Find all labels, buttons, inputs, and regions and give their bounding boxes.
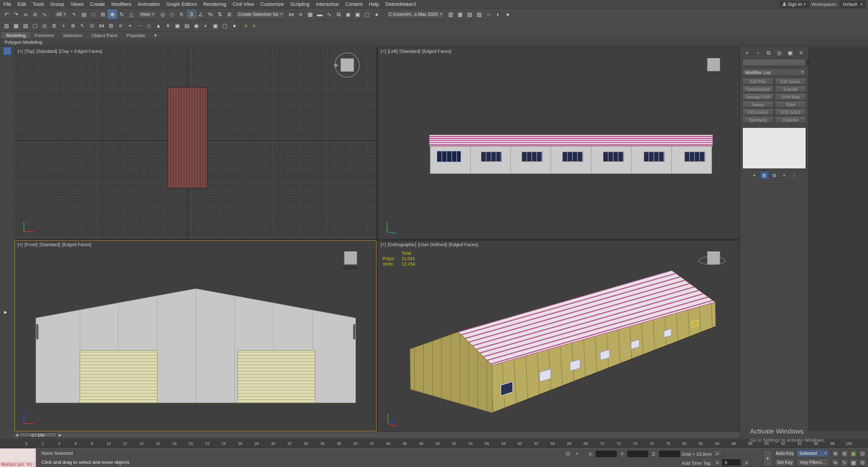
render-production-icon[interactable]: ●	[372, 9, 381, 19]
align-tool-icon[interactable]: ≡	[116, 21, 125, 31]
use-pivot-center-icon[interactable]: ◎	[158, 9, 167, 19]
render-setup-2-icon[interactable]: ▣	[211, 21, 220, 31]
align-to-view-icon[interactable]: ▤	[182, 21, 192, 31]
ribbon-tab-populate[interactable]: Populate	[122, 32, 150, 38]
create-layer-icon[interactable]: +	[59, 21, 68, 31]
mirror-tool-icon[interactable]: ⋈	[97, 21, 106, 31]
sign-in-button[interactable]: Sign In ▾	[779, 1, 809, 7]
viewport-label-segment[interactable]: [User Defined]	[418, 242, 447, 247]
transform-type-in-toggle-icon[interactable]: +	[573, 450, 581, 457]
motion-tab-icon[interactable]: ◎	[774, 49, 784, 57]
modifier-set-button[interactable]: Chamfer	[775, 117, 806, 123]
light-lister-icon[interactable]: ◐	[201, 21, 211, 31]
modifier-set-button[interactable]: Extrude	[775, 86, 806, 93]
menu-item[interactable]: Customize	[257, 0, 287, 8]
render-setup-icon[interactable]: ▣	[353, 9, 362, 19]
key-filters-button[interactable]: Key Filters...	[797, 459, 829, 466]
z-coordinate-field[interactable]	[659, 451, 680, 457]
scene-explorer-open-icon[interactable]: ▥	[446, 9, 456, 19]
viewport-label-segment[interactable]: [+]	[381, 49, 386, 54]
viewport-label-segment[interactable]: [Standard]	[36, 49, 57, 54]
modifier-set-button[interactable]: Sweep	[742, 102, 774, 108]
viewport-label-segment[interactable]: [+]	[18, 49, 23, 54]
display-floater-icon[interactable]: ▢	[30, 21, 40, 31]
rendered-frame-window-icon[interactable]: ▢	[362, 9, 372, 19]
ribbon-tab-freeform[interactable]: Freeform	[30, 32, 58, 38]
quick-align-icon[interactable]: ⌖	[125, 21, 135, 31]
viewport-layout-active-icon[interactable]	[3, 47, 11, 55]
y-coordinate-field[interactable]	[627, 451, 648, 457]
curve-editor-icon[interactable]: ∿	[324, 9, 334, 19]
layer-explorer-open-icon[interactable]: ▦	[456, 9, 465, 19]
keyboard-override-icon[interactable]: K	[177, 9, 186, 19]
modifier-set-button[interactable]: Symmetry	[742, 117, 774, 123]
viewport-label-segment[interactable]: [Clay + Edged Faces]	[59, 49, 102, 54]
select-and-link-icon[interactable]: ∞	[21, 9, 30, 19]
align-icon[interactable]: ≡	[296, 9, 305, 19]
viewport-label-segment[interactable]: [Left]	[388, 49, 398, 54]
menu-item[interactable]: Group	[47, 0, 67, 8]
layout-flyout-arrow-icon[interactable]: ▶	[4, 310, 7, 314]
container-explorer-icon[interactable]: ▧	[465, 9, 474, 19]
percent-snap-icon[interactable]: %	[206, 9, 215, 19]
time-slider-thumb[interactable]: 0 / 100	[19, 433, 57, 438]
select-and-scale-icon[interactable]: △	[127, 9, 136, 19]
orbit-icon[interactable]: ↻	[840, 459, 848, 467]
viewport-left[interactable]: [+][Left][Standard][Edged Faces]	[377, 47, 740, 239]
spinner-snap-icon[interactable]: ⇅	[215, 9, 224, 19]
modifier-set-button[interactable]: Edit Spline	[775, 78, 806, 85]
x-coordinate-field[interactable]	[596, 451, 617, 457]
object-name-field[interactable]	[742, 59, 806, 66]
modifier-set-button[interactable]: FFD 4x4x4	[742, 109, 774, 115]
rectangular-selection-region-icon[interactable]: □	[89, 9, 98, 19]
current-frame-field[interactable]: 0	[722, 459, 741, 466]
set-current-layer-icon[interactable]: ⊙	[87, 21, 97, 31]
modifier-set-button[interactable]: TurboSmooth	[742, 86, 774, 93]
menu-item[interactable]: Tools	[29, 0, 47, 8]
menu-item[interactable]: Help	[366, 0, 382, 8]
activeshade-icon[interactable]: ○	[484, 9, 493, 19]
viewcube-face[interactable]	[340, 58, 354, 72]
menu-item[interactable]: DebrisMaker2	[382, 0, 420, 8]
select-by-name-icon[interactable]: ▤	[79, 9, 89, 19]
viewport-label-segment[interactable]: [Standard]	[39, 242, 60, 247]
viewcube[interactable]: W	[335, 53, 360, 78]
manage-layers-icon[interactable]: ≣	[49, 21, 59, 31]
mirror-icon[interactable]: ⋈	[286, 9, 296, 19]
viewport-label-segment[interactable]: [+]	[18, 242, 23, 247]
select-and-manipulate-icon[interactable]: ◇	[167, 9, 177, 19]
layer-explorer-icon[interactable]: ▦	[11, 21, 21, 31]
viewport-orthographic[interactable]: [+][Orthographic][User Defined][Edged Fa…	[377, 240, 740, 431]
selection-lock-toggle-icon[interactable]: ⊡	[564, 450, 571, 457]
menu-item[interactable]: Animation	[135, 0, 163, 8]
snapshot-icon[interactable]: ◇	[144, 21, 154, 31]
menu-item[interactable]: Interactive	[313, 0, 342, 8]
align-camera-icon[interactable]: ▣	[173, 21, 182, 31]
ribbon-expand-chevron-icon[interactable]: »	[251, 22, 258, 30]
menu-item[interactable]: Views	[67, 0, 87, 8]
place-highlight-icon[interactable]: ☀	[163, 21, 173, 31]
menu-item[interactable]: Create	[87, 0, 108, 8]
quick-render-icon[interactable]: ●	[230, 21, 239, 31]
modify-tab-icon[interactable]: ◔	[753, 49, 763, 57]
layer-manager-icon[interactable]: ▦	[305, 9, 315, 19]
modifier-list-dropdown[interactable]: Modifier List ▾	[742, 68, 806, 76]
select-and-move-icon[interactable]: ⊕	[107, 9, 117, 19]
viewport-label-segment[interactable]: [Edged Faces]	[422, 49, 452, 54]
ribbon-config-icon[interactable]: ▾	[150, 32, 161, 38]
panel-splitter-grip[interactable]	[767, 182, 782, 184]
viewcube[interactable]	[707, 58, 720, 71]
hierarchy-tab-icon[interactable]: ⧉	[764, 49, 774, 57]
saved-scene-explorer-icon[interactable]: ▨	[474, 9, 484, 19]
modifier-stack-list[interactable]	[742, 127, 806, 169]
open-container-icon[interactable]: ▧	[21, 21, 30, 31]
viewport-label-segment[interactable]: [Orthographic]	[388, 242, 416, 247]
display-tab-icon[interactable]: ▣	[785, 49, 795, 57]
key-selection-dropdown[interactable]: Selected ▾	[797, 449, 829, 457]
menu-item[interactable]: File	[0, 0, 14, 8]
viewport-label-segment[interactable]: [Standard]	[399, 49, 420, 54]
viewport-label-segment[interactable]: [+]	[381, 242, 386, 247]
zoom-icon[interactable]: ⊕	[831, 449, 839, 458]
schematic-view-icon[interactable]: ⧉	[334, 9, 343, 19]
add-time-tag[interactable]: Add Time Tag	[682, 460, 711, 466]
